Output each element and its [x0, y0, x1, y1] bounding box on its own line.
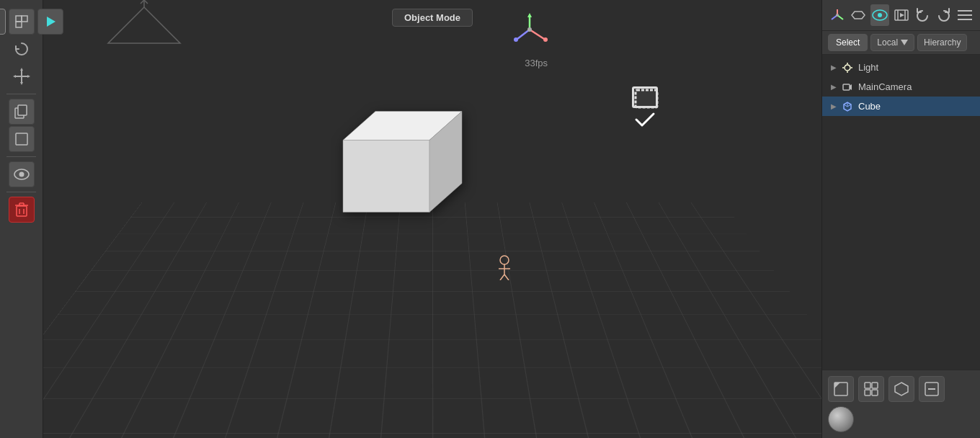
local-tab[interactable]: Local — [870, 34, 914, 51]
play-btn[interactable] — [37, 9, 63, 35]
svg-marker-75 — [895, 383, 908, 395]
cube-object — [321, 97, 466, 236]
solid-view-icon-btn[interactable] — [850, 4, 868, 26]
scene-view-btn[interactable] — [828, 376, 854, 402]
toolbar-row-1 — [0, 9, 63, 35]
svg-marker-10 — [27, 75, 30, 78]
svg-line-40 — [504, 274, 509, 280]
selection-box-overlay[interactable] — [631, 86, 659, 115]
sphere-view-btn[interactable] — [828, 406, 854, 432]
main-container: Object Mode 33fps — [0, 0, 980, 438]
svg-rect-71 — [865, 383, 870, 388]
duplicate-btn[interactable] — [9, 99, 35, 125]
selection-check-icon — [632, 110, 658, 130]
hierarchy-item-cube[interactable]: ▶ Cube — [822, 97, 980, 116]
svg-rect-42 — [636, 90, 657, 107]
object-mode-label[interactable]: Object Mode — [392, 9, 473, 27]
svg-point-46 — [836, 14, 839, 17]
expand-arrow-light: ▶ — [831, 63, 837, 71]
grid-background — [43, 202, 821, 438]
box-select-btn[interactable] — [9, 126, 35, 152]
selection-rect-icon — [632, 86, 658, 108]
redo-btn[interactable] — [935, 4, 953, 26]
viewport[interactable]: Object Mode 33fps — [43, 0, 821, 438]
origin-icon — [494, 254, 514, 285]
menu-btn[interactable] — [956, 4, 974, 26]
fps-counter: 33fps — [525, 58, 548, 68]
cube-icon — [842, 102, 852, 112]
svg-point-28 — [514, 37, 518, 42]
svg-point-26 — [543, 37, 548, 42]
svg-rect-63 — [843, 84, 850, 90]
svg-line-25 — [530, 30, 544, 39]
undo-btn[interactable] — [913, 4, 932, 26]
svg-rect-16 — [17, 206, 27, 216]
svg-rect-73 — [865, 390, 870, 395]
tabs-row: Select Local Hierarchy — [822, 31, 980, 55]
hierarchy-list: ▶ Light ▶ MainCamera — [822, 55, 980, 370]
svg-point-37 — [500, 256, 509, 264]
camera-wireframe — [101, 0, 187, 60]
camera-overlay-btn[interactable] — [870, 4, 889, 26]
expand-arrow-camera: ▶ — [831, 83, 837, 91]
svg-marker-30 — [343, 140, 429, 213]
svg-marker-7 — [20, 68, 23, 71]
camera-icon — [842, 82, 852, 92]
light-label: Light — [858, 62, 878, 73]
select-tab[interactable]: Select — [828, 34, 868, 51]
gizmo-icon-btn[interactable] — [828, 4, 847, 26]
local-label: Local — [877, 37, 898, 48]
hierarchy-item-light[interactable]: ▶ Light — [822, 58, 980, 77]
svg-line-39 — [500, 274, 504, 280]
main-camera-label: MainCamera — [858, 81, 912, 92]
bottom-icon-bar — [822, 370, 980, 438]
svg-marker-9 — [13, 75, 16, 78]
refresh-btn[interactable] — [9, 36, 35, 62]
blender-logo-btn[interactable] — [0, 9, 6, 35]
svg-rect-1 — [16, 16, 22, 22]
svg-rect-13 — [16, 133, 27, 145]
svg-point-29 — [527, 27, 532, 32]
svg-marker-4 — [47, 17, 55, 27]
svg-point-49 — [878, 13, 882, 17]
delete-btn[interactable] — [9, 197, 35, 223]
svg-marker-53 — [900, 13, 904, 17]
svg-rect-3 — [16, 22, 22, 27]
svg-marker-8 — [20, 82, 23, 85]
light-icon — [842, 63, 852, 73]
top-icon-bar — [822, 0, 980, 31]
svg-rect-12 — [18, 105, 27, 115]
svg-point-58 — [845, 65, 850, 71]
toolbar-top-group — [0, 6, 43, 225]
svg-marker-33 — [108, 7, 180, 43]
movie-clip-btn[interactable] — [892, 4, 911, 26]
cube-label: Cube — [858, 101, 881, 112]
separator-3 — [6, 192, 36, 192]
svg-rect-74 — [872, 390, 878, 395]
right-panel: Select Local Hierarchy ▶ Light — [821, 0, 980, 438]
svg-marker-47 — [852, 12, 865, 19]
svg-point-15 — [19, 172, 24, 177]
delete-view-btn[interactable] — [919, 376, 945, 402]
move-btn[interactable] — [9, 63, 35, 89]
axes-gizmo[interactable] — [512, 12, 548, 48]
svg-marker-70 — [834, 383, 840, 388]
svg-rect-72 — [872, 383, 878, 388]
svg-marker-57 — [901, 40, 908, 45]
left-toolbar — [0, 0, 43, 438]
local-view-btn[interactable] — [9, 9, 35, 35]
cube-view-btn[interactable] — [888, 376, 914, 402]
expand-arrow-cube: ▶ — [831, 102, 837, 110]
svg-rect-2 — [22, 16, 27, 22]
svg-marker-24 — [527, 13, 532, 17]
layout-view-btn[interactable] — [858, 376, 884, 402]
separator-2 — [6, 156, 36, 157]
hierarchy-item-camera[interactable]: ▶ MainCamera — [822, 77, 980, 97]
visibility-btn[interactable] — [9, 161, 35, 187]
hierarchy-tab[interactable]: Hierarchy — [917, 34, 967, 51]
separator-1 — [6, 94, 36, 94]
svg-line-27 — [517, 30, 530, 39]
